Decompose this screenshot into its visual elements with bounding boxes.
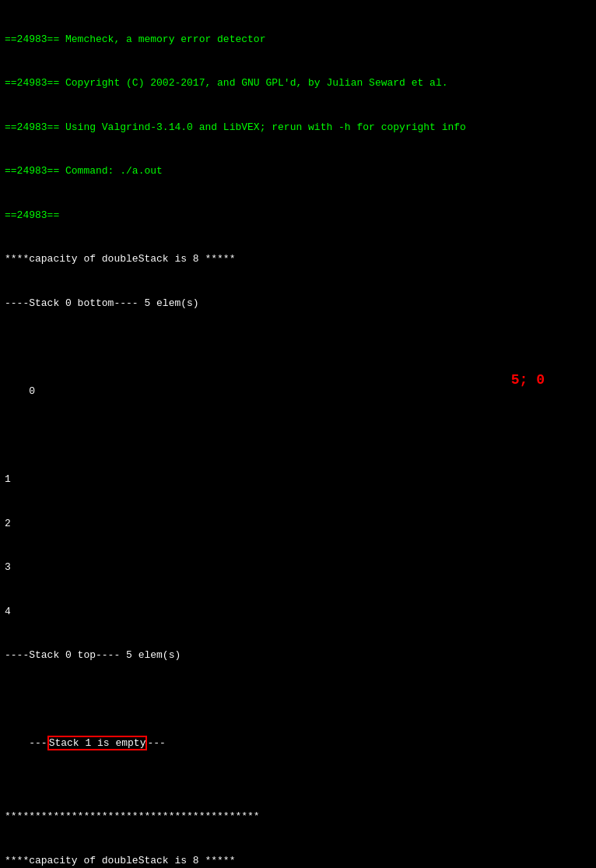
- line-6: ****capacity of doubleStack is 8 *****: [5, 252, 591, 267]
- line-5: ==24983==: [5, 209, 591, 223]
- line-4: ==24983== Command: ./a.out: [5, 164, 591, 179]
- terminal-output: ==24983== Memcheck, a memory error detec…: [0, 0, 596, 868]
- label-5-0: 5; 0: [511, 370, 545, 390]
- line-16: ****capacity of doubleStack is 8 *****: [5, 854, 591, 868]
- stack-empty-box: Stack 1 is empty: [47, 736, 148, 750]
- line-3: ==24983== Using Valgrind-3.14.0 and LibV…: [5, 121, 591, 135]
- line-12: 4: [5, 605, 591, 620]
- line-8: 0 5; 0: [5, 370, 591, 428]
- line-7: ----Stack 0 bottom---- 5 elem(s): [5, 297, 591, 311]
- line-14: ---Stack 1 is empty---: [5, 722, 591, 766]
- line-13: ----Stack 0 top---- 5 elem(s): [5, 648, 591, 663]
- line-10: 2: [5, 517, 591, 532]
- suffix-dash: ---: [147, 737, 165, 749]
- prefix-dash: ---: [29, 737, 47, 749]
- line-15: ****************************************…: [5, 810, 591, 824]
- line-9: 1: [5, 473, 591, 487]
- line-1: ==24983== Memcheck, a memory error detec…: [5, 33, 591, 47]
- line-11: 3: [5, 561, 591, 575]
- line-2: ==24983== Copyright (C) 2002-2017, and G…: [5, 76, 591, 91]
